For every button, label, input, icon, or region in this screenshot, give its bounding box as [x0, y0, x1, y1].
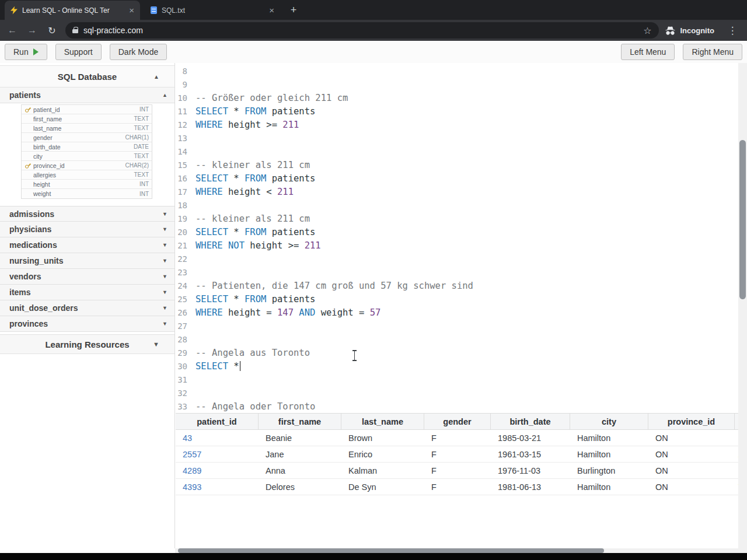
token-pln: *	[228, 294, 245, 304]
table-name: admissions	[9, 209, 54, 219]
expand-icon[interactable]: ▼	[162, 211, 167, 217]
close-tab-icon[interactable]: ×	[129, 6, 134, 15]
line-number: 15	[176, 160, 196, 170]
line-code: -- Größer oder gleich 211 cm	[196, 93, 348, 103]
results-horizontal-scrollbar[interactable]	[175, 548, 747, 553]
field-name: height	[33, 181, 139, 188]
url-text: sql-practice.com	[83, 26, 643, 35]
expand-icon[interactable]: ▼	[162, 242, 167, 248]
left-menu-button[interactable]: Left Menu	[621, 44, 675, 60]
table-items-header[interactable]: items▼	[0, 285, 174, 300]
results-table: patient_idfirst_namelast_namegenderbirth…	[176, 413, 747, 495]
field-row-gender: genderCHAR(1)	[22, 133, 152, 142]
table-unit_dose_orders-header[interactable]: unit_dose_orders▼	[0, 300, 174, 316]
table-cell: 1976-11-03	[491, 463, 570, 479]
table-physicians-header[interactable]: physicians▼	[0, 222, 174, 237]
editor-line-11: 11SELECT * FROM patients	[176, 104, 738, 118]
expand-icon[interactable]: ▼	[162, 289, 167, 295]
horizontal-scrollbar-thumb[interactable]	[178, 548, 604, 553]
line-number: 33	[176, 402, 196, 411]
table-cell: Kalman	[341, 463, 424, 479]
text-caret	[240, 361, 241, 371]
expand-icon[interactable]: ▼	[162, 305, 167, 311]
editor-line-8: 8	[176, 64, 738, 78]
table-medications-header[interactable]: medications▼	[0, 237, 174, 253]
patient-id-link[interactable]: 4393	[176, 479, 259, 495]
back-button[interactable]: ←	[5, 25, 20, 36]
right-menu-button[interactable]: Right Menu	[683, 44, 742, 60]
editor-line-28: 28	[176, 332, 738, 346]
database-panel-header[interactable]: SQL Database ▲	[0, 65, 174, 88]
field-row-birth_date: birth_dateDATE	[22, 142, 152, 152]
editor-line-25: 25SELECT * FROM patients	[176, 292, 738, 306]
patient-id-link[interactable]: 43	[176, 430, 259, 446]
line-number: 31	[176, 375, 196, 384]
collapse-icon[interactable]: ▲	[162, 92, 167, 98]
token-pln: height =	[223, 307, 277, 318]
patient-id-link[interactable]: 4289	[176, 463, 259, 479]
line-number: 8	[176, 66, 196, 76]
token-pln: patients	[266, 227, 315, 237]
table-cell: ON	[648, 430, 735, 446]
column-header-province_id: province_id	[648, 413, 735, 430]
editor-line-22: 22	[176, 252, 738, 265]
page-toolbar: Run Support Dark Mode Left Menu Right Me…	[0, 41, 747, 63]
table-cell: Anna	[259, 463, 341, 479]
menu-button[interactable]: ⋮	[725, 24, 740, 37]
line-number: 14	[176, 147, 196, 156]
table-name: vendors	[9, 272, 41, 281]
mouse-text-cursor-icon	[352, 350, 357, 361]
editor-vertical-scrollbar[interactable]	[738, 63, 747, 548]
expand-icon[interactable]: ▼	[162, 258, 167, 264]
token-cmt: -- kleiner als 211 cm	[196, 214, 310, 224]
editor-line-13: 13	[176, 131, 738, 145]
expand-icon[interactable]: ▼	[162, 321, 167, 327]
close-tab-icon[interactable]: ×	[269, 6, 274, 15]
dark-mode-button[interactable]: Dark Mode	[110, 44, 167, 60]
run-button[interactable]: Run	[5, 44, 47, 60]
browser-toolbar: ← → ↻ sql-practice.com ☆ Incognito ⋮	[0, 20, 747, 41]
support-button[interactable]: Support	[55, 44, 102, 60]
table-admissions-header[interactable]: admissions▼	[0, 206, 174, 222]
sql-editor[interactable]: 8910-- Größer oder gleich 211 cm11SELECT…	[176, 63, 738, 413]
forward-button[interactable]: →	[25, 25, 40, 36]
collapse-icon[interactable]: ▲	[153, 74, 159, 80]
reload-button[interactable]: ↻	[44, 25, 60, 36]
learning-resources-header[interactable]: Learning Resources ▼	[0, 334, 174, 354]
editor-lines: 8910-- Größer oder gleich 211 cm11SELECT…	[176, 64, 738, 413]
expand-icon[interactable]: ▼	[162, 226, 167, 232]
table-vendors-header[interactable]: vendors▼	[0, 269, 174, 285]
token-kw: WHERE	[196, 120, 223, 130]
token-kw: WHERE	[196, 307, 223, 318]
expand-icon[interactable]: ▼	[153, 341, 159, 348]
table-patients-header[interactable]: patients ▲	[0, 88, 174, 103]
line-number: 16	[176, 174, 196, 183]
line-number: 10	[176, 93, 196, 103]
editor-line-21: 21WHERE NOT height >= 211	[176, 239, 738, 252]
table-cell: F	[424, 446, 491, 463]
line-code: -- kleiner als 211 cm	[196, 214, 310, 224]
token-pln: patients	[266, 294, 315, 304]
bookmark-star-icon[interactable]: ☆	[643, 25, 651, 36]
vertical-scrollbar-thumb[interactable]	[739, 140, 746, 299]
table-cell: 1961-03-15	[491, 446, 570, 463]
tab-learn-sql[interactable]: Learn SQL - Online SQL Ter ×	[5, 1, 140, 20]
table-provinces-header[interactable]: provinces▼	[0, 316, 174, 332]
field-row-patient_id: patient_idINT	[22, 105, 152, 114]
table-cell: De Syn	[341, 479, 424, 495]
table-nursing_units-header[interactable]: nursing_units▼	[0, 253, 174, 269]
line-number: 19	[176, 214, 196, 223]
tab-sql-txt[interactable]: SQL.txt ×	[145, 1, 280, 20]
line-number: 32	[176, 388, 196, 398]
field-row-first_name: first_nameTEXT	[22, 114, 152, 124]
patient-id-link[interactable]: 2557	[176, 446, 259, 463]
address-bar[interactable]: sql-practice.com ☆	[65, 22, 659, 38]
field-name: province_id	[33, 162, 125, 169]
expand-icon[interactable]: ▼	[162, 274, 167, 279]
token-kw: FROM	[245, 294, 266, 304]
line-number: 24	[176, 281, 196, 290]
table-cell: F	[424, 430, 491, 446]
new-tab-button[interactable]: +	[286, 2, 301, 18]
token-pln: weight =	[315, 307, 369, 318]
line-code: -- Patienten, die 147 cm groß und 57 kg …	[196, 281, 473, 291]
